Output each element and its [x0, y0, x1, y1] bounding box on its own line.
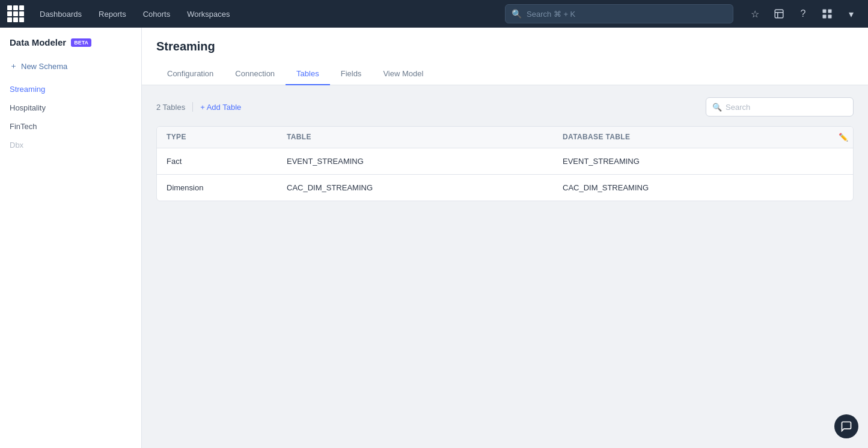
table-header: Type Table Database Table ✏️ [157, 127, 853, 148]
main-content: Streaming Configuration Connection Table… [142, 28, 868, 448]
row-2-edit[interactable] [829, 175, 853, 201]
svg-rect-4 [828, 10, 832, 13]
table-search[interactable]: 🔍 [706, 97, 854, 117]
svg-rect-0 [775, 10, 783, 18]
sidebar-item-fintech[interactable]: FinTech [0, 117, 141, 136]
nav-cohorts[interactable]: Cohorts [137, 10, 177, 19]
tab-connection[interactable]: Connection [224, 63, 286, 85]
page-title: Streaming [156, 40, 854, 53]
content-header: Streaming Configuration Connection Table… [142, 28, 868, 85]
chat-widget[interactable] [834, 414, 858, 438]
main-layout: Data Modeler BETA ＋ New Schema Streaming… [0, 28, 868, 448]
top-nav: Dashboards Reports Cohorts Workspaces 🔍 … [0, 0, 868, 28]
svg-rect-6 [828, 15, 832, 19]
nav-workspaces[interactable]: Workspaces [181, 10, 236, 19]
new-schema-button[interactable]: ＋ New Schema [0, 57, 141, 75]
new-schema-label: New Schema [21, 62, 67, 71]
table-search-input[interactable] [726, 103, 847, 112]
col-header-actions: ✏️ [829, 127, 853, 148]
row-2-type: Dimension [157, 175, 277, 201]
nav-reports[interactable]: Reports [93, 10, 132, 19]
tables-count: 2 Tables [156, 103, 185, 112]
row-1-edit[interactable] [829, 148, 853, 174]
sidebar-item-hospitality[interactable]: Hospitality [0, 98, 141, 117]
nav-right-actions: ☆ ? ▾ [745, 4, 861, 23]
tables-area: 2 Tables + Add Table 🔍 Type Table Databa… [142, 85, 868, 213]
edit-icon: ✏️ [839, 133, 848, 142]
tab-fields[interactable]: Fields [330, 63, 373, 85]
data-table: Type Table Database Table ✏️ Fact EVENT_… [156, 126, 854, 201]
logo[interactable] [7, 5, 24, 22]
add-table-button[interactable]: + Add Table [200, 103, 241, 112]
plus-icon: ＋ [10, 61, 17, 71]
chevron-down-icon[interactable]: ▾ [842, 4, 861, 23]
row-1-type: Fact [157, 148, 277, 174]
svg-rect-5 [823, 15, 827, 19]
nav-dashboards[interactable]: Dashboards [34, 10, 88, 19]
beta-badge: BETA [71, 38, 91, 47]
sidebar: Data Modeler BETA ＋ New Schema Streaming… [0, 28, 142, 448]
search-icon: 🔍 [712, 103, 722, 112]
global-search[interactable]: 🔍 [505, 4, 733, 23]
col-header-type: Type [157, 127, 277, 148]
sidebar-item-dbx: Dbx [0, 136, 141, 154]
svg-rect-3 [823, 10, 827, 13]
favorites-icon[interactable]: ☆ [745, 4, 765, 23]
help-icon[interactable]: ? [793, 4, 813, 23]
sidebar-item-streaming[interactable]: Streaming [0, 80, 141, 98]
row-1-table: EVENT_STREAMING [277, 148, 553, 174]
tabs: Configuration Connection Tables Fields V… [156, 63, 854, 85]
row-2-database-table: CAC_DIM_STREAMING [553, 175, 829, 201]
col-header-database-table: Database Table [553, 127, 829, 148]
row-2-table: CAC_DIM_STREAMING [277, 175, 553, 201]
tab-configuration[interactable]: Configuration [156, 63, 224, 85]
app-switcher-icon[interactable] [818, 4, 837, 23]
search-icon: 🔍 [512, 9, 522, 19]
table-row: Dimension CAC_DIM_STREAMING CAC_DIM_STRE… [157, 175, 853, 201]
row-1-database-table: EVENT_STREAMING [553, 148, 829, 174]
col-header-table: Table [277, 127, 553, 148]
tab-tables[interactable]: Tables [286, 63, 330, 85]
toolbar-divider [192, 102, 193, 112]
global-search-input[interactable] [527, 10, 727, 19]
tab-view-model[interactable]: View Model [372, 63, 434, 85]
sidebar-title: Data Modeler [10, 37, 66, 47]
sidebar-header: Data Modeler BETA [0, 37, 141, 57]
tables-toolbar: 2 Tables + Add Table 🔍 [156, 97, 854, 117]
notifications-icon[interactable] [769, 4, 789, 23]
table-row: Fact EVENT_STREAMING EVENT_STREAMING [157, 148, 853, 175]
